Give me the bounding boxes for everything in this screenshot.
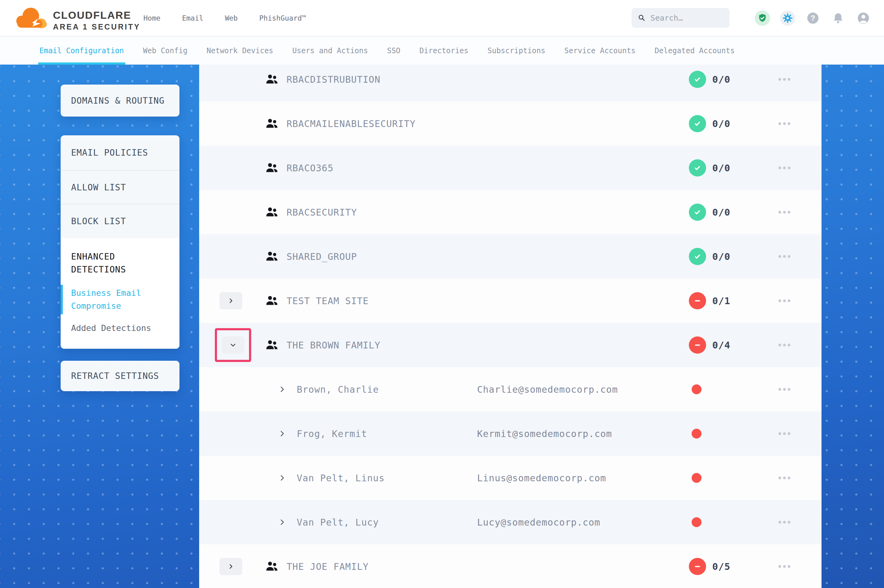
group-name: RBACO365 xyxy=(287,163,334,174)
app-body: DOMAINS & ROUTING EMAIL POLICIES ALLOW L… xyxy=(0,64,884,588)
group-icon xyxy=(265,249,279,264)
row-menu-button[interactable] xyxy=(775,429,794,438)
cloudflare-logo[interactable]: CLOUDFLARE AREA 1 SECURITY xyxy=(14,3,143,33)
header-icons: ? xyxy=(755,0,871,36)
settings-gear-icon[interactable] xyxy=(780,10,795,26)
row-menu-button[interactable] xyxy=(775,164,794,172)
sidebar-item-email-policies[interactable]: EMAIL POLICIES xyxy=(61,135,179,170)
row-menu-button[interactable] xyxy=(775,385,794,394)
tab-network-devices[interactable]: Network Devices xyxy=(206,37,273,64)
member-count: 0/5 xyxy=(712,561,731,572)
chevron-right-icon xyxy=(227,297,234,304)
status-ok-badge xyxy=(689,248,706,265)
tab-delegated-accounts[interactable]: Delegated Accounts xyxy=(655,37,735,64)
tab-users-and-actions[interactable]: Users and Actions xyxy=(292,37,368,64)
member-name: Brown, Charlie xyxy=(297,384,379,395)
row-menu-button[interactable] xyxy=(775,297,794,305)
sidebar-item-allow-list[interactable]: ALLOW LIST xyxy=(61,170,179,204)
chevron-right-icon[interactable] xyxy=(278,430,286,437)
app-window: CLOUDFLARE AREA 1 SECURITY Home Email We… xyxy=(0,0,884,588)
collapse-button[interactable] xyxy=(222,336,244,354)
row-menu-button[interactable] xyxy=(775,474,794,483)
row-menu-button[interactable] xyxy=(775,119,794,128)
member-count: 0/4 xyxy=(712,339,731,351)
nav-email[interactable]: Email xyxy=(182,14,203,22)
tab-email-configuration[interactable]: Email Configuration xyxy=(39,37,124,64)
search-icon xyxy=(638,13,645,22)
active-indicator-bar xyxy=(61,285,63,314)
group-name: TEST TEAM SITE xyxy=(287,296,369,306)
sidebar-item-added-detections[interactable]: Added Detections xyxy=(61,322,179,334)
row-menu-button[interactable] xyxy=(775,208,794,217)
nav-web[interactable]: Web xyxy=(225,14,238,22)
security-shield-icon[interactable] xyxy=(755,10,770,26)
sidebar-item-block-list[interactable]: BLOCK LIST xyxy=(61,204,179,238)
sidebar-label: Added Detections xyxy=(61,322,157,334)
tab-subscriptions[interactable]: Subscriptions xyxy=(487,37,546,64)
sidebar-item-domains-routing[interactable]: DOMAINS & ROUTING xyxy=(61,85,179,117)
chevron-right-icon[interactable] xyxy=(278,386,286,393)
table-row-member: Van Pelt, Linus Linus@somedemocorp.com xyxy=(199,456,821,500)
notifications-bell-icon[interactable] xyxy=(830,10,846,26)
svg-text:?: ? xyxy=(811,14,815,22)
member-name: Frog, Kermit xyxy=(297,428,367,439)
group-icon xyxy=(265,117,279,131)
expand-button[interactable] xyxy=(219,558,242,575)
sidebar-label: RETRACT SETTINGS xyxy=(61,371,159,381)
group-icon xyxy=(265,161,279,175)
sidebar-item-business-email-compromise[interactable]: Business Email Compromise xyxy=(61,286,179,312)
tab-directories[interactable]: Directories xyxy=(419,37,469,64)
table-row-member: Frog, Kermit Kermit@somedemocorp.com xyxy=(199,411,821,456)
nav-phishguard[interactable]: PhishGuard™ xyxy=(259,14,306,22)
row-menu-button[interactable] xyxy=(775,341,794,350)
top-nav: Home Email Web PhishGuard™ xyxy=(143,0,306,36)
sidebar-label: Business Email Compromise xyxy=(61,286,157,312)
table-row: RBACSECURITY 0/0 xyxy=(199,190,821,234)
table-row: THE JOE FAMILY 0/5 xyxy=(199,544,821,588)
config-tab-bar: Email Configuration Web Config Network D… xyxy=(0,37,884,64)
member-count: 0/0 xyxy=(712,251,731,262)
table-row: SHARED_GROUP 0/0 xyxy=(199,234,821,279)
status-blocked-badge xyxy=(689,292,706,309)
row-menu-button[interactable] xyxy=(775,252,794,261)
sidebar-item-retract-settings[interactable]: RETRACT SETTINGS xyxy=(61,361,179,391)
status-dot xyxy=(692,473,702,483)
member-name: Van Pelt, Linus xyxy=(297,472,385,483)
enhanced-detections-section: ENHANCED DETECTIONS Business Email Compr… xyxy=(61,238,179,349)
tab-sso[interactable]: SSO xyxy=(387,37,400,64)
member-email: Kermit@somedemocorp.com xyxy=(477,428,612,439)
help-icon[interactable]: ? xyxy=(805,10,821,26)
member-count: 0/0 xyxy=(712,207,731,218)
table-row-member: Van Pelt, Lucy Lucy@somedemocorp.com xyxy=(199,500,821,544)
status-ok-badge xyxy=(689,204,706,221)
table-row: TEST TEAM SITE 0/1 xyxy=(199,279,821,323)
member-count: 0/1 xyxy=(712,295,731,306)
logo-text: CLOUDFLARE AREA 1 SECURITY xyxy=(53,3,140,32)
user-account-icon[interactable] xyxy=(856,10,871,26)
status-dot xyxy=(692,384,702,394)
groups-table: RBACDISTRUBUTION 0/0 RBACMAILENABLESECUR… xyxy=(199,64,821,588)
nav-home[interactable]: Home xyxy=(143,14,160,22)
chevron-right-icon[interactable] xyxy=(278,474,286,482)
group-name: THE BROWN FAMILY xyxy=(287,340,380,351)
search-box xyxy=(631,8,729,28)
status-ok-badge xyxy=(689,159,706,177)
row-menu-button[interactable] xyxy=(775,562,794,571)
expand-button[interactable] xyxy=(219,292,242,309)
highlight-annotation-box xyxy=(215,328,251,362)
group-name: THE JOE FAMILY xyxy=(287,561,369,572)
chevron-down-icon xyxy=(230,342,236,348)
row-menu-button[interactable] xyxy=(775,518,794,527)
status-ok-badge xyxy=(689,71,706,88)
tab-service-accounts[interactable]: Service Accounts xyxy=(564,37,636,64)
logo-line1: CLOUDFLARE xyxy=(53,9,140,21)
member-name: Van Pelt, Lucy xyxy=(297,517,379,528)
member-email: Linus@somedemocorp.com xyxy=(477,472,606,483)
tab-web-config[interactable]: Web Config xyxy=(143,37,188,64)
top-header: CLOUDFLARE AREA 1 SECURITY Home Email We… xyxy=(0,0,884,37)
chevron-right-icon[interactable] xyxy=(278,519,286,526)
row-menu-button[interactable] xyxy=(775,75,794,84)
group-name: RBACDISTRUBUTION xyxy=(287,74,380,85)
member-count: 0/0 xyxy=(712,162,731,174)
search-input[interactable] xyxy=(650,13,723,23)
